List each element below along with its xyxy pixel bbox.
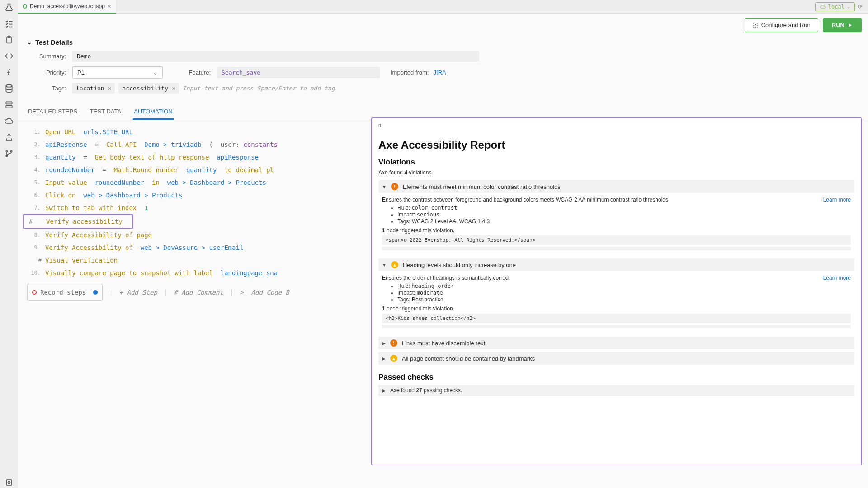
cloud-icon bbox=[820, 4, 826, 9]
svg-point-6 bbox=[10, 150, 12, 152]
test-details-toggle[interactable]: ⌄ Test Details bbox=[27, 38, 859, 46]
violation-header[interactable]: ▼ ▲ Heading levels should only increase … bbox=[378, 258, 854, 271]
disclosure-triangle-icon: ▶ bbox=[382, 356, 386, 361]
code-icon[interactable] bbox=[4, 51, 14, 61]
tab-test-data[interactable]: TEST DATA bbox=[89, 104, 122, 120]
severity-moderate-icon: ▲ bbox=[390, 355, 397, 362]
priority-select[interactable]: P1 ⌄ bbox=[72, 66, 163, 79]
summary-label: Summary: bbox=[27, 53, 72, 60]
browser-indicator-icon bbox=[93, 290, 98, 295]
refresh-icon[interactable]: ⟳ bbox=[858, 3, 863, 10]
svg-rect-8 bbox=[6, 480, 12, 485]
svg-point-9 bbox=[8, 482, 10, 484]
code-snippet: <h3>Kids shoes collection</h3> bbox=[382, 314, 851, 323]
editor-tab[interactable]: Demo_accessibility.web.tc.tspp × bbox=[18, 0, 116, 14]
report-breadcrumb: rt bbox=[378, 123, 854, 128]
jira-link[interactable]: JIRA bbox=[434, 69, 446, 76]
activity-bar bbox=[0, 0, 18, 488]
violations-count: Axe found 4 violations. bbox=[378, 169, 854, 176]
severity-moderate-icon: ▲ bbox=[391, 261, 398, 268]
checklist-icon[interactable] bbox=[4, 18, 14, 29]
export-icon[interactable] bbox=[4, 132, 14, 143]
report-title: Axe Accessibility Report bbox=[378, 139, 854, 151]
disclosure-triangle-icon: ▶ bbox=[382, 388, 386, 393]
violation-body: Ensures the contrast between foreground … bbox=[378, 196, 854, 258]
disclosure-triangle-icon: ▼ bbox=[382, 184, 387, 189]
record-steps-button[interactable]: Record steps bbox=[27, 284, 103, 301]
close-icon[interactable]: × bbox=[108, 3, 111, 10]
feature-label: Feature: bbox=[163, 69, 217, 76]
env-selector[interactable]: local ⌄ bbox=[815, 2, 855, 11]
server-icon[interactable] bbox=[4, 99, 14, 110]
test-details-section: ⌄ Test Details Summary: Priority: P1 ⌄ F… bbox=[18, 35, 868, 104]
add-comment-button[interactable]: # Add Comment bbox=[174, 286, 223, 299]
svg-rect-3 bbox=[6, 102, 12, 104]
tab-status-icon bbox=[23, 4, 27, 9]
priority-label: Priority: bbox=[27, 69, 72, 76]
chevron-down-icon: ⌄ bbox=[27, 39, 32, 46]
tag-chip: location × bbox=[72, 83, 115, 94]
beaker-icon[interactable] bbox=[4, 2, 14, 13]
tab-filename: Demo_accessibility.web.tc.tspp bbox=[30, 3, 105, 9]
imported-from-label: Imported from: bbox=[391, 69, 429, 76]
cloud-icon[interactable] bbox=[4, 116, 14, 127]
play-icon bbox=[847, 23, 853, 28]
learn-more-link[interactable]: Learn more bbox=[823, 275, 851, 281]
add-code-button[interactable]: >_ Add Code B bbox=[240, 286, 289, 299]
violations-heading: Violations bbox=[378, 158, 854, 167]
tab-bar: Demo_accessibility.web.tc.tspp × local ⌄… bbox=[18, 0, 868, 14]
tag-input[interactable]: Input text and press Space/Enter to add … bbox=[183, 85, 335, 92]
record-icon bbox=[32, 290, 37, 295]
summary-input[interactable] bbox=[72, 51, 479, 62]
disclosure-triangle-icon: ▶ bbox=[382, 341, 386, 346]
svg-point-2 bbox=[6, 85, 12, 87]
remove-tag-icon[interactable]: × bbox=[172, 85, 175, 92]
gear-play-icon bbox=[752, 22, 759, 28]
clipboard-icon[interactable] bbox=[4, 34, 14, 45]
run-button[interactable]: RUN bbox=[823, 18, 862, 32]
function-icon[interactable] bbox=[4, 67, 14, 78]
database-icon[interactable] bbox=[4, 83, 14, 94]
svg-point-5 bbox=[6, 150, 7, 152]
violation-header[interactable]: ▶ ▲ All page content should be contained… bbox=[378, 352, 854, 365]
remove-tag-icon[interactable]: × bbox=[108, 85, 112, 92]
chevron-down-icon: ⌄ bbox=[153, 69, 158, 76]
settings-icon[interactable] bbox=[4, 477, 14, 488]
configure-and-run-button[interactable]: Configure and Run bbox=[745, 18, 818, 32]
violation-body: Ensures the order of headings is semanti… bbox=[378, 274, 854, 337]
tab-detailed-steps[interactable]: DETAILED STEPS bbox=[27, 104, 78, 120]
violation-header[interactable]: ▶ ! Links must have discernible text bbox=[378, 337, 854, 349]
severity-serious-icon: ! bbox=[390, 339, 397, 347]
branch-icon[interactable] bbox=[4, 148, 14, 159]
disclosure-triangle-icon: ▼ bbox=[382, 263, 387, 267]
code-snippet: <span>© 2022 Evershop. All Rights Reserv… bbox=[382, 235, 851, 245]
tag-chip: accessibility × bbox=[118, 83, 179, 94]
tab-automation[interactable]: AUTOMATION bbox=[133, 104, 173, 120]
tags-label: Tags: bbox=[27, 85, 72, 92]
passed-checks-row[interactable]: ▶ Axe found 27 passing checks. bbox=[378, 385, 854, 396]
add-step-button[interactable]: + Add Step bbox=[119, 286, 157, 299]
svg-point-10 bbox=[755, 24, 756, 26]
feature-input[interactable] bbox=[217, 67, 380, 78]
svg-rect-4 bbox=[6, 106, 12, 108]
chevron-down-icon: ⌄ bbox=[847, 4, 850, 9]
learn-more-link[interactable]: Learn more bbox=[823, 197, 851, 203]
severity-serious-icon: ! bbox=[391, 183, 398, 190]
accessibility-report-panel: rt Axe Accessibility Report Violations A… bbox=[371, 117, 862, 465]
violation-header[interactable]: ▼ ! Elements must meet minimum color con… bbox=[378, 180, 854, 193]
passed-checks-heading: Passed checks bbox=[378, 373, 854, 382]
